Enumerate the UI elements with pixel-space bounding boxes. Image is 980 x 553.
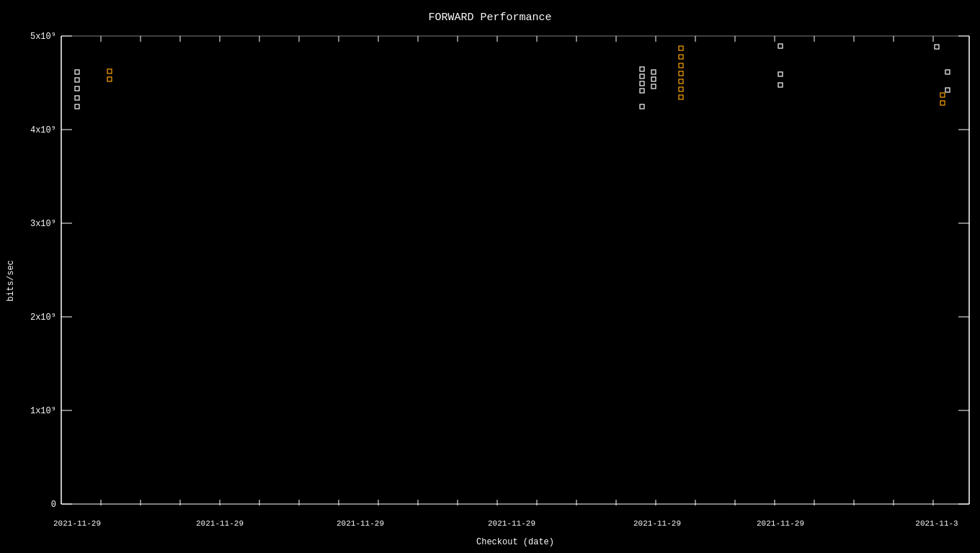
data-point-white — [651, 77, 656, 81]
data-point-orange — [107, 69, 112, 73]
data-point-white — [75, 86, 79, 91]
data-point-white — [945, 88, 950, 92]
data-point-white — [640, 89, 644, 93]
x-label-5: 2021-11-29 — [633, 519, 681, 528]
data-point-orange — [107, 77, 112, 81]
y-tick-2: 2x10⁹ — [30, 313, 56, 323]
y-tick-0: 0 — [51, 500, 56, 510]
x-label-2: 2021-11-29 — [196, 519, 244, 528]
y-tick-4: 4x10⁹ — [30, 125, 56, 135]
x-axis-label: Checkout (date) — [476, 537, 554, 547]
chart-svg: bits/sec 0 1x10⁹ 2x10⁹ 3x10⁹ 4x10⁹ 5x10⁹ — [0, 0, 980, 553]
x-label-6: 2021-11-29 — [757, 519, 804, 528]
y-axis-label: bits/sec — [6, 260, 16, 302]
data-point-white — [75, 70, 79, 74]
y-tick-5: 5x10⁹ — [30, 32, 56, 42]
data-point-white — [778, 72, 783, 76]
data-point-orange — [940, 101, 945, 105]
x-label-4: 2021-11-29 — [488, 519, 535, 528]
chart-container: FORWARD Performance bits/sec 0 1x10⁹ 2x1… — [0, 0, 980, 553]
x-label-3: 2021-11-29 — [337, 519, 384, 528]
data-point-white — [651, 70, 656, 74]
data-point-white — [640, 67, 644, 71]
data-point-white — [640, 104, 644, 109]
x-label-1: 2021-11-29 — [53, 519, 101, 528]
data-point-white — [651, 84, 656, 89]
data-point-white — [75, 96, 79, 100]
data-point-orange — [679, 63, 683, 68]
data-point-white — [640, 81, 644, 86]
x-ticks-bottom — [101, 500, 933, 505]
data-point-orange — [940, 93, 945, 97]
data-point-orange — [679, 46, 683, 50]
data-point-white — [75, 104, 79, 109]
data-point-orange — [679, 79, 683, 84]
data-point-white — [75, 78, 79, 82]
data-point-white — [935, 45, 939, 49]
data-point-orange — [679, 55, 683, 59]
y-tick-3: 3x10⁹ — [30, 219, 56, 229]
data-point-orange — [679, 87, 683, 91]
y-tick-1: 1x10⁹ — [30, 406, 56, 416]
data-point-white — [640, 74, 644, 78]
data-point-white — [945, 70, 950, 74]
data-point-white — [778, 83, 783, 87]
x-ticks-top — [101, 36, 933, 42]
data-point-orange — [679, 71, 683, 76]
data-point-white — [778, 44, 783, 48]
x-label-7: 2021-11-3 — [915, 519, 958, 528]
data-point-orange — [679, 95, 683, 99]
